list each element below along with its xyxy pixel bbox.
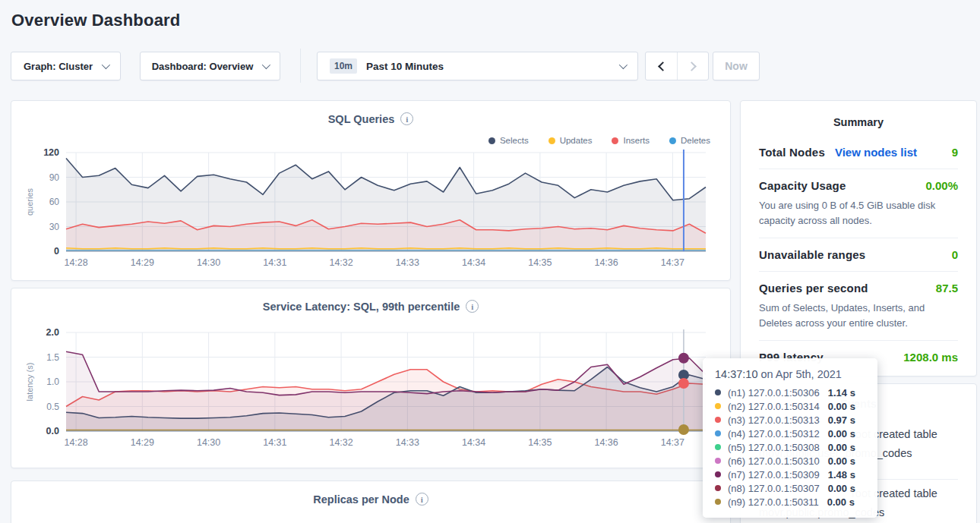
svg-text:0: 0 [54, 246, 59, 257]
service-latency-panel: Service Latency: SQL, 99th percentile i … [11, 288, 731, 468]
summary-row-capacity: Capacity Usage 0.00% You are using 0 B o… [759, 169, 958, 238]
svg-text:14:37: 14:37 [661, 437, 684, 448]
node-latency-value: 0.00 s [828, 483, 855, 494]
svg-text:0.5: 0.5 [46, 402, 59, 412]
node-latency-value: 0.00 s [827, 496, 855, 508]
node-address: (n8) 127.0.0.1:50307 [728, 483, 820, 494]
dashboard-dropdown[interactable]: Dashboard: Overview [140, 52, 280, 80]
tooltip-node-row: (n5) 127.0.0.1:503080.00 s [715, 440, 865, 454]
qps-value: 87.5 [936, 282, 958, 295]
tooltip-node-row: (n8) 127.0.0.1:503070.00 s [715, 481, 865, 495]
svg-text:14:29: 14:29 [131, 257, 154, 268]
node-latency-value: 0.97 s [828, 414, 855, 426]
legend-dot [669, 137, 676, 144]
svg-text:14:28: 14:28 [64, 257, 87, 268]
node-latency-value: 1.14 s [828, 387, 855, 399]
node-color-dot [715, 485, 721, 491]
tooltip-node-row: (n6) 127.0.0.1:503100.00 s [715, 454, 865, 468]
node-address: (n1) 127.0.0.1:50306 [728, 387, 820, 399]
svg-text:14:30: 14:30 [197, 257, 220, 268]
tooltip-connector: on [757, 368, 775, 380]
svg-text:queries: queries [25, 187, 34, 216]
time-back-button[interactable] [646, 52, 677, 80]
replicas-per-node-panel: Replicas per Node i [11, 480, 731, 523]
svg-text:30: 30 [49, 222, 60, 232]
unavailable-ranges-label: Unavailable ranges [759, 248, 865, 261]
p99-latency-value: 1208.0 ms [903, 351, 958, 364]
graph-dropdown-label: Graph: Cluster [24, 61, 93, 72]
svg-text:14:32: 14:32 [329, 437, 352, 448]
info-icon[interactable]: i [400, 112, 413, 125]
chart-hover-tooltip: 14:37:10 on Apr 5th, 2021 (n1) 127.0.0.1… [703, 358, 877, 518]
svg-text:1.5: 1.5 [46, 352, 59, 363]
legend-label: Inserts [623, 136, 650, 145]
node-color-dot [715, 403, 721, 409]
time-range-label: Past 10 Minutes [366, 61, 444, 72]
legend-item: Updates [548, 136, 593, 145]
node-color-dot [715, 499, 721, 505]
tooltip-time: 14:37:10 [715, 368, 757, 380]
svg-text:2.0: 2.0 [46, 327, 59, 338]
info-icon[interactable]: i [416, 493, 428, 506]
node-address: (n2) 127.0.0.1:50314 [728, 401, 820, 412]
capacity-usage-label: Capacity Usage [759, 179, 846, 192]
chevron-right-icon [687, 61, 697, 71]
tooltip-timestamp: 14:37:10 on Apr 5th, 2021 [715, 368, 865, 380]
svg-text:14:34: 14:34 [462, 257, 485, 268]
sql-queries-chart[interactable]: 030609012014:2814:2914:3014:3114:3214:33… [22, 145, 721, 279]
node-latency-value: 0.00 s [828, 455, 855, 467]
svg-text:latency (s): latency (s) [25, 363, 34, 402]
service-latency-title-row: Service Latency: SQL, 99th percentile i [11, 288, 730, 313]
node-address: (n4) 127.0.0.1:50312 [728, 428, 820, 440]
node-address: (n3) 127.0.0.1:50313 [728, 414, 820, 426]
chevron-left-icon [658, 61, 668, 71]
node-color-dot [715, 444, 721, 450]
svg-text:1.0: 1.0 [46, 376, 59, 387]
node-address: (n6) 127.0.0.1:50310 [728, 455, 820, 467]
now-button[interactable]: Now [713, 52, 760, 80]
unavailable-ranges-value: 0 [952, 248, 958, 261]
svg-text:14:29: 14:29 [131, 437, 154, 448]
svg-text:14:31: 14:31 [263, 257, 286, 268]
summary-title: Summary [759, 116, 958, 128]
tooltip-node-row: (n3) 127.0.0.1:503130.97 s [715, 413, 865, 427]
legend-dot [612, 137, 618, 144]
dashboard-dropdown-label: Dashboard: Overview [152, 61, 254, 72]
total-nodes-value: 9 [952, 146, 958, 159]
node-color-dot [715, 430, 721, 436]
summary-row-qps: Queries per second 87.5 Sum of Selects, … [759, 272, 958, 341]
service-latency-chart[interactable]: 0.00.51.01.52.014:2814:2914:3014:3114:32… [22, 325, 721, 458]
svg-text:90: 90 [49, 172, 60, 183]
capacity-usage-description: You are using 0 B of 4.5 GiB usable disk… [759, 198, 958, 228]
node-latency-value: 0.00 s [828, 401, 855, 412]
summary-row-total-nodes: Total Nodes View nodes list 9 [759, 136, 958, 169]
toolbar-divider [300, 49, 301, 83]
view-nodes-list-link[interactable]: View nodes list [835, 146, 917, 159]
chart-title: Replicas per Node [313, 493, 409, 506]
time-forward-button[interactable] [677, 52, 708, 80]
info-icon[interactable]: i [466, 300, 479, 313]
node-latency-value: 1.48 s [828, 469, 855, 480]
svg-text:14:33: 14:33 [396, 257, 419, 268]
time-range-dropdown[interactable]: 10m Past 10 Minutes [317, 52, 638, 80]
chevron-down-icon [102, 61, 110, 69]
svg-text:14:34: 14:34 [462, 437, 485, 448]
node-address: (n5) 127.0.0.1:50308 [728, 442, 820, 453]
overview-dashboard-page: Overview Dashboard Graph: Cluster Dashbo… [0, 0, 980, 523]
total-nodes-label: Total Nodes [759, 146, 825, 159]
graph-dropdown[interactable]: Graph: Cluster [11, 52, 121, 80]
svg-text:0.0: 0.0 [46, 426, 59, 436]
svg-text:14:36: 14:36 [594, 257, 618, 268]
chart-title: SQL Queries [328, 113, 395, 125]
time-range-badge: 10m [330, 58, 357, 74]
page-title: Overview Dashboard [11, 11, 180, 30]
legend-label: Updates [560, 136, 593, 145]
legend-label: Selects [500, 136, 529, 145]
summary-row-unavailable-ranges: Unavailable ranges 0 [759, 238, 958, 272]
node-color-dot [715, 471, 721, 477]
svg-text:14:31: 14:31 [263, 437, 286, 448]
chart-title: Service Latency: SQL, 99th percentile [263, 301, 460, 313]
qps-description: Sum of Selects, Updates, Inserts, and De… [759, 301, 958, 330]
legend-item: Inserts [612, 136, 650, 145]
node-address: (n7) 127.0.0.1:50309 [728, 469, 820, 480]
